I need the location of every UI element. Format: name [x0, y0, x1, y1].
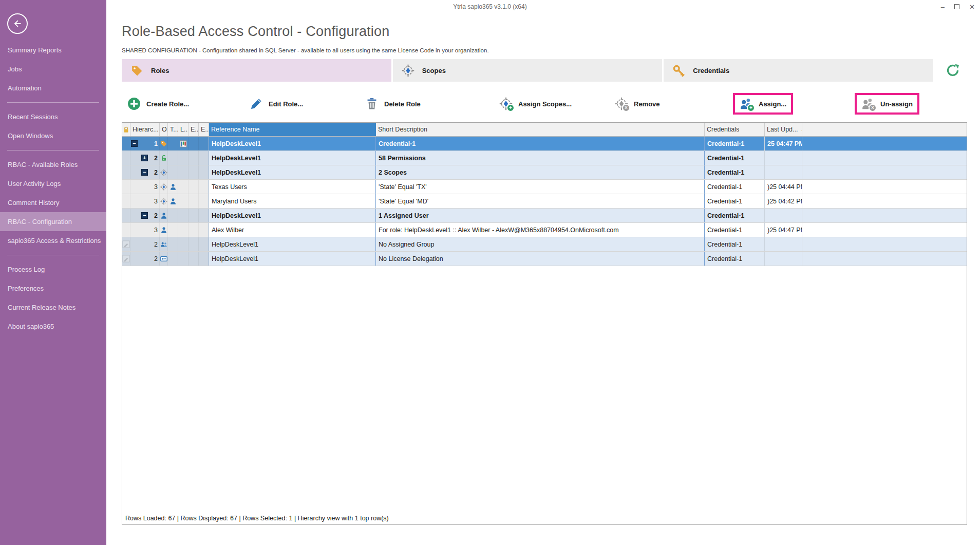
sidebar-item-user-activity-logs[interactable]: User Activity Logs	[0, 174, 106, 193]
table-row[interactable]: +2HelpDeskLevel158 PermissionsCredential…	[122, 151, 967, 165]
cell-last-updated: )25 04:42 PM	[765, 194, 802, 208]
sidebar-item-rbac-configuration[interactable]: RBAC - Configuration	[0, 212, 106, 231]
back-button[interactable]	[7, 13, 28, 34]
refresh-zone	[935, 59, 971, 82]
column-header-l[interactable]: L...	[178, 123, 189, 136]
sidebar-item-automation[interactable]: Automation	[0, 79, 106, 98]
cell-e1	[189, 223, 199, 237]
cell-reference-name: Texas Users	[209, 180, 376, 194]
scope-icon	[160, 165, 168, 179]
cell-e2	[199, 223, 209, 237]
refresh-icon[interactable]	[945, 63, 960, 78]
tab-roles[interactable]: Roles	[122, 59, 391, 82]
edit-faded-icon	[122, 237, 130, 251]
table-row[interactable]: 2HelpDeskLevel1No License DelegationCred…	[122, 252, 967, 266]
edit-role-button[interactable]: Edit Role...	[243, 93, 310, 115]
collapse-button[interactable]: −	[141, 212, 148, 219]
sidebar-item-current-release-notes[interactable]: Current Release Notes	[0, 298, 106, 317]
trash-icon	[365, 97, 379, 110]
tag-icon	[160, 137, 168, 151]
table-row[interactable]: 3 Texas Users'State' Equal 'TX'Credentia…	[122, 180, 967, 194]
collapse-button[interactable]: −	[141, 169, 148, 176]
license-icon	[160, 252, 168, 266]
table-icon	[178, 137, 189, 151]
hierarchy-level: 3	[154, 198, 158, 205]
cell-short-description: 58 Permissions	[376, 151, 705, 165]
pencil-icon	[250, 97, 263, 110]
cell-t	[168, 165, 178, 179]
cell-e2	[199, 252, 209, 266]
cell-e2	[199, 194, 209, 208]
column-header-t[interactable]: T...	[168, 123, 178, 136]
sidebar-nav: Summary ReportsJobsAutomationRecent Sess…	[0, 41, 106, 336]
sidebar-item-sapio365-access-restrictions[interactable]: sapio365 Access & Restrictions	[0, 231, 106, 250]
window-controls: – ✕	[941, 0, 975, 13]
column-header-reference-name[interactable]: Reference Name	[209, 123, 376, 136]
maximize-button[interactable]	[954, 4, 959, 9]
create-icon	[127, 97, 141, 110]
tab-label: Roles	[151, 67, 169, 74]
column-header-label: Last Upd...	[767, 126, 798, 133]
scope-plus-icon: +	[499, 97, 513, 110]
cell-reference-name: HelpDeskLevel1	[209, 165, 376, 179]
scope-icon	[160, 180, 168, 194]
cell-lock	[122, 209, 130, 222]
table-row[interactable]: −2HelpDeskLevel11 Assigned UserCredentia…	[122, 209, 967, 223]
cell-t	[168, 209, 178, 222]
cell-last-updated	[765, 165, 802, 179]
column-header-hierarchy[interactable]: Hierarc...	[130, 123, 160, 136]
table-row[interactable]: 3 Maryland Users'State' Equal 'MD'Creden…	[122, 194, 967, 209]
sidebar-item-rbac-available-roles[interactable]: RBAC - Available Roles	[0, 155, 106, 174]
cell-lock	[122, 165, 130, 179]
column-header-short-description[interactable]: Short Description	[376, 123, 705, 136]
delete-role-button[interactable]: Delete Role	[359, 93, 427, 115]
page-subtitle: SHARED CONFIGURATION - Configuration sha…	[122, 47, 489, 53]
remove-button[interactable]: ×Remove	[608, 93, 667, 115]
cell-e2	[199, 137, 209, 151]
sidebar-item-recent-sessions[interactable]: Recent Sessions	[0, 107, 106, 126]
cell-t	[168, 137, 178, 151]
user-icon	[160, 209, 168, 222]
cell-e1	[189, 165, 199, 179]
column-header-last-updated[interactable]: Last Upd... ▴	[765, 123, 802, 136]
cell-short-description: No License Delegation	[376, 252, 705, 266]
assign-scopes-button[interactable]: +Assign Scopes...	[493, 93, 578, 115]
table-row[interactable]: −1HelpDeskLevel1Credential-1Credential-1…	[122, 137, 967, 151]
sidebar-item-about-sapio365[interactable]: About sapio365	[0, 317, 106, 336]
unlock-icon	[160, 151, 168, 165]
cell-e1	[189, 194, 199, 208]
collapse-button[interactable]: −	[131, 140, 138, 147]
toolbar: Create Role...Edit Role...Delete Role +A…	[122, 90, 971, 117]
cell-hierarchy: 2	[130, 237, 160, 251]
table-row[interactable]: 3Alex WilberFor role: HelpDeskLevel1 :: …	[122, 223, 967, 237]
sidebar-item-preferences[interactable]: Preferences	[0, 279, 106, 298]
tab-credentials[interactable]: Credentials	[664, 59, 933, 82]
column-header-credentials[interactable]: Credentials	[705, 123, 765, 136]
column-header-e1[interactable]: E...	[189, 123, 199, 136]
column-header-e2[interactable]: E...	[199, 123, 209, 136]
sidebar-item-jobs[interactable]: Jobs	[0, 60, 106, 79]
column-header-o[interactable]: O...	[160, 123, 168, 136]
cell-short-description: No Assigned Group	[376, 237, 705, 251]
cell-lock	[122, 180, 130, 194]
tab-scopes[interactable]: Scopes	[393, 59, 663, 82]
un-assign-button[interactable]: ×Un-assign	[855, 93, 919, 115]
close-button[interactable]: ✕	[969, 4, 975, 10]
cell-l	[178, 252, 189, 266]
cell-e2	[199, 237, 209, 251]
create-role-button[interactable]: Create Role...	[121, 93, 196, 115]
expand-button[interactable]: +	[141, 155, 148, 161]
lock-column-header[interactable]	[122, 123, 130, 136]
tab-label: Scopes	[422, 67, 446, 74]
sidebar-item-summary-reports[interactable]: Summary Reports	[0, 41, 106, 60]
minimize-button[interactable]: –	[941, 4, 945, 10]
cell-credentials: Credential-1	[705, 194, 765, 208]
assign-button[interactable]: +Assign...	[733, 93, 793, 115]
scope-icon	[160, 194, 168, 208]
table-row[interactable]: 2HelpDeskLevel1No Assigned GroupCredenti…	[122, 237, 967, 252]
cell-t	[168, 223, 178, 237]
sidebar-item-open-windows[interactable]: Open Windows	[0, 126, 106, 145]
sidebar-item-comment-history[interactable]: Comment History	[0, 193, 106, 212]
sidebar-item-process-log[interactable]: Process Log	[0, 260, 106, 279]
table-row[interactable]: −2 HelpDeskLevel12 ScopesCredential-1	[122, 165, 967, 180]
